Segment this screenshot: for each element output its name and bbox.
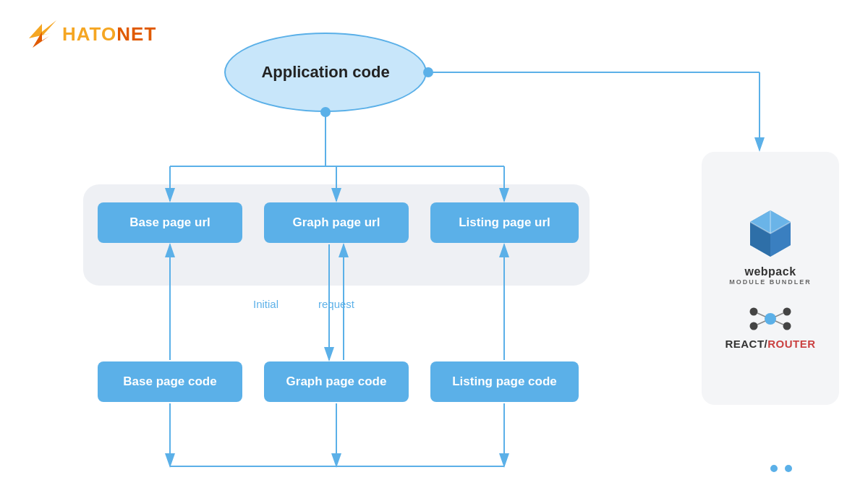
webpack-label: webpack MODULE BUNDLER xyxy=(729,265,812,286)
svg-point-12 xyxy=(750,322,758,330)
app-code-ellipse: Application code xyxy=(224,33,427,112)
svg-line-14 xyxy=(757,313,765,317)
bottom-dot-indicator xyxy=(770,465,778,472)
svg-point-10 xyxy=(750,307,758,315)
listing-code-box: Listing page code xyxy=(430,361,579,402)
base-code-box: Base page code xyxy=(98,361,242,402)
react-router-label: REACT/ROUTER xyxy=(725,338,815,350)
webpack-section: webpack MODULE BUNDLER xyxy=(729,207,812,286)
graph-url-box: Graph page url xyxy=(264,202,409,243)
react-router-icon xyxy=(745,306,796,332)
svg-point-9 xyxy=(765,313,776,325)
svg-line-17 xyxy=(775,321,783,325)
listing-url-box: Listing page url xyxy=(430,202,579,243)
svg-line-15 xyxy=(775,313,783,317)
graph-code-box: Graph page code xyxy=(264,361,409,402)
svg-marker-0 xyxy=(29,20,56,38)
bird-icon xyxy=(29,20,58,48)
react-router-section: REACT/ROUTER xyxy=(725,306,815,350)
app-code-label: Application code xyxy=(261,62,389,83)
logo: HATONET xyxy=(29,20,156,48)
side-panel: webpack MODULE BUNDLER REACT/ROUTER xyxy=(702,152,839,405)
base-url-box: Base page url xyxy=(98,202,242,243)
svg-point-36 xyxy=(785,465,792,472)
svg-point-11 xyxy=(783,307,791,315)
svg-point-13 xyxy=(783,322,791,330)
webpack-icon xyxy=(744,207,796,260)
logo-text: HATONET xyxy=(62,23,156,46)
request-label: request xyxy=(318,298,354,310)
svg-line-16 xyxy=(757,321,765,325)
initial-label: Initial xyxy=(253,298,278,310)
